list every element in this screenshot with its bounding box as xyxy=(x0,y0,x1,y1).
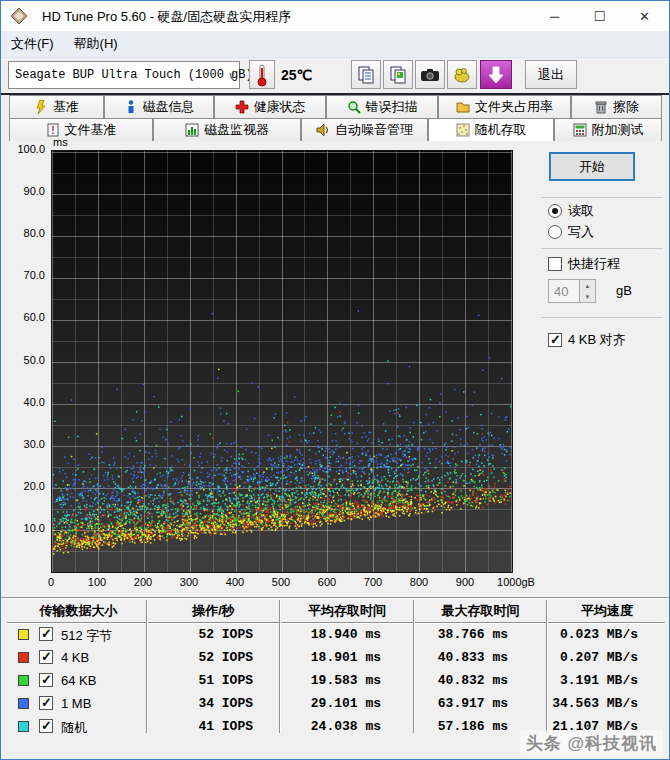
tab-health[interactable]: 健康状态 xyxy=(214,95,326,118)
y-tick-label: 90.0 xyxy=(13,185,45,197)
x-tick-label: 1000gB xyxy=(486,576,546,588)
tab-erase[interactable]: 擦除 xyxy=(571,95,662,118)
spin-up-icon: ▲ xyxy=(580,280,595,291)
tab-aam[interactable]: 自动噪音管理 xyxy=(301,118,428,141)
exit-button[interactable]: 退出 xyxy=(525,60,577,89)
update-button[interactable] xyxy=(480,60,512,89)
spin-down-icon: ▼ xyxy=(580,291,595,302)
series-checkbox[interactable] xyxy=(39,627,53,641)
avg-speed-value: 3.191 MB/s xyxy=(531,673,638,688)
copy-text-button[interactable] xyxy=(351,60,381,89)
drive-select-value: Seagate BUP Ultra Touch (1000 gB) xyxy=(15,68,253,82)
series-label: 随机 xyxy=(61,719,87,737)
maximize-button[interactable]: ☐ xyxy=(577,1,622,31)
minimize-button[interactable]: ─ xyxy=(532,1,577,31)
checkbox-icon xyxy=(548,257,562,271)
iops-value: 41 IOPS xyxy=(151,719,253,734)
tab-row-2: ! 文件基准 磁盘监视器 自动噪音管理 随机存取 附加测试 xyxy=(9,118,662,141)
close-button[interactable]: ✕ xyxy=(622,1,667,31)
drive-select-dropdown[interactable]: Seagate BUP Ultra Touch (1000 gB) ∨ xyxy=(8,61,240,89)
y-tick-label: 20.0 xyxy=(13,480,45,492)
menu-help[interactable]: 帮助(H) xyxy=(64,31,128,57)
series-color-swatch xyxy=(18,629,29,640)
title-bar: HD Tune Pro 5.60 - 硬盘/固态硬盘实用程序 ─ ☐ ✕ xyxy=(1,1,669,31)
tab-error-scan[interactable]: 错误扫描 xyxy=(326,95,438,118)
avg-access-value: 24.038 ms xyxy=(286,719,381,734)
thermometer-icon xyxy=(256,63,268,87)
random-access-icon xyxy=(456,123,470,137)
copy-image-button[interactable] xyxy=(383,60,413,89)
tab-folder-usage[interactable]: 文件夹占用率 xyxy=(438,95,571,118)
y-tick-label: 40.0 xyxy=(13,396,45,408)
hd-tune-window: HD Tune Pro 5.60 - 硬盘/固态硬盘实用程序 ─ ☐ ✕ 文件(… xyxy=(0,0,670,760)
short-stroke-unit-label: gB xyxy=(616,283,632,298)
short-stroke-size-input: 40 ▲▼ xyxy=(548,279,596,303)
disk-info-icon xyxy=(124,100,138,114)
app-icon xyxy=(11,8,27,24)
series-checkbox[interactable] xyxy=(39,650,53,664)
tab-disk-info[interactable]: 磁盘信息 xyxy=(104,95,214,118)
hand-coins-icon xyxy=(453,66,471,84)
max-access-value: 57.186 ms xyxy=(406,719,508,734)
separator xyxy=(541,317,663,318)
temperature-value: 25℃ xyxy=(281,67,312,83)
magnifier-icon xyxy=(347,100,361,114)
short-stroke-checkbox[interactable]: 快捷行程 xyxy=(548,255,620,273)
trash-icon xyxy=(594,100,608,114)
iops-value: 52 IOPS xyxy=(151,650,253,665)
health-cross-icon xyxy=(235,100,249,114)
separator xyxy=(541,248,663,249)
start-button[interactable]: 开始 xyxy=(549,152,635,181)
screenshot-button[interactable] xyxy=(415,60,445,89)
chevron-down-icon: ∨ xyxy=(228,69,235,82)
y-tick-label: 80.0 xyxy=(13,227,45,239)
tab-disk-monitor[interactable]: 磁盘监视器 xyxy=(153,118,301,141)
download-arrow-icon xyxy=(488,66,504,84)
y-tick-label: 50.0 xyxy=(13,354,45,366)
series-label: 64 KB xyxy=(61,673,96,688)
avg-access-value: 19.583 ms xyxy=(286,673,381,688)
col-header-max-access: 最大存取时间 xyxy=(418,602,543,620)
series-label: 1 MB xyxy=(61,696,91,711)
spinner: ▲▼ xyxy=(579,280,595,302)
max-access-value: 38.766 ms xyxy=(406,627,508,642)
series-checkbox[interactable] xyxy=(39,719,53,733)
radio-icon xyxy=(548,204,562,218)
calculator-icon xyxy=(573,123,587,137)
temperature-button[interactable] xyxy=(249,60,275,89)
checkbox-icon xyxy=(548,333,562,347)
window-title: HD Tune Pro 5.60 - 硬盘/固态硬盘实用程序 xyxy=(42,8,291,26)
series-checkbox[interactable] xyxy=(39,673,53,687)
radio-icon xyxy=(548,225,562,239)
menu-file[interactable]: 文件(F) xyxy=(1,31,64,57)
tab-file-benchmark[interactable]: ! 文件基准 xyxy=(9,118,153,141)
svg-text:!: ! xyxy=(51,125,54,136)
column-separator xyxy=(546,600,548,733)
folder-icon xyxy=(456,100,470,114)
max-access-value: 63.917 ms xyxy=(406,696,508,711)
series-color-swatch xyxy=(18,675,29,686)
col-header-avg-speed: 平均速度 xyxy=(551,602,663,620)
avg-speed-value: 0.023 MB/s xyxy=(531,627,638,642)
tab-row-1: 基准 磁盘信息 健康状态 错误扫描 文件夹占用率 擦除 xyxy=(9,95,662,118)
max-access-value: 40.832 ms xyxy=(406,673,508,688)
series-color-swatch xyxy=(18,652,29,663)
donate-button[interactable] xyxy=(447,60,477,89)
write-radio[interactable]: 写入 xyxy=(548,223,594,241)
series-color-swatch xyxy=(18,721,29,732)
read-radio[interactable]: 读取 xyxy=(548,202,594,220)
tab-benchmark[interactable]: 基准 xyxy=(9,95,104,118)
iops-value: 52 IOPS xyxy=(151,627,253,642)
file-benchmark-icon: ! xyxy=(46,123,60,137)
menu-bar: 文件(F) 帮助(H) xyxy=(1,31,669,58)
avg-speed-value: 34.563 MB/s xyxy=(531,696,638,711)
avg-access-value: 29.101 ms xyxy=(286,696,381,711)
benchmark-icon xyxy=(34,100,48,114)
tab-extra-tests[interactable]: 附加测试 xyxy=(554,118,662,141)
series-checkbox[interactable] xyxy=(39,696,53,710)
tab-random-access[interactable]: 随机存取 xyxy=(428,118,554,141)
align-4kb-checkbox[interactable]: 4 KB 对齐 xyxy=(548,331,626,349)
avg-access-value: 18.940 ms xyxy=(286,627,381,642)
series-color-swatch xyxy=(18,698,29,709)
series-label: 4 KB xyxy=(61,650,89,665)
